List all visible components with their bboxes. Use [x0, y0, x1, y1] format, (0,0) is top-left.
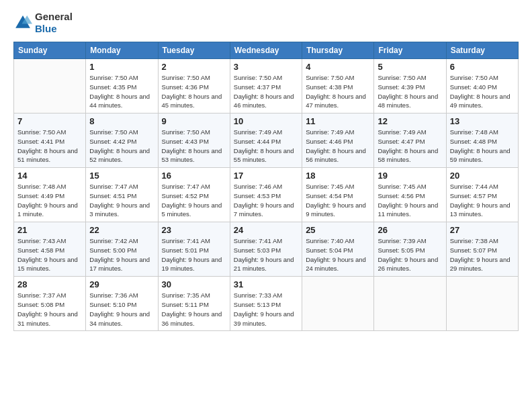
calendar-cell: 19Sunrise: 7:45 AMSunset: 4:56 PMDayligh…: [374, 168, 446, 222]
day-info: Sunrise: 7:47 AMSunset: 4:51 PMDaylight:…: [89, 182, 154, 219]
calendar-cell: 25Sunrise: 7:40 AMSunset: 5:04 PMDayligh…: [302, 222, 374, 277]
logo-line1: General: [35, 11, 73, 23]
day-number: 12: [378, 116, 442, 126]
day-info: Sunrise: 7:44 AMSunset: 4:57 PMDaylight:…: [450, 182, 515, 219]
calendar-cell: 2Sunrise: 7:50 AMSunset: 4:36 PMDaylight…: [158, 59, 230, 113]
day-info: Sunrise: 7:47 AMSunset: 4:52 PMDaylight:…: [162, 182, 226, 219]
logo-text: General Blue: [35, 11, 73, 35]
day-info: Sunrise: 7:43 AMSunset: 4:58 PMDaylight:…: [17, 236, 82, 273]
page: General Blue SundayMondayTuesdayWednesda…: [0, 0, 532, 411]
day-number: 16: [162, 171, 226, 181]
calendar-cell: 22Sunrise: 7:42 AMSunset: 5:00 PMDayligh…: [86, 222, 158, 277]
day-number: 4: [306, 62, 370, 72]
day-number: 26: [378, 225, 442, 235]
weekday-header-wednesday: Wednesday: [230, 42, 302, 59]
calendar-cell: 3Sunrise: 7:50 AMSunset: 4:37 PMDaylight…: [230, 59, 302, 113]
weekday-header-friday: Friday: [374, 42, 446, 59]
day-info: Sunrise: 7:38 AMSunset: 5:07 PMDaylight:…: [450, 236, 515, 273]
week-row-2: 14Sunrise: 7:48 AMSunset: 4:49 PMDayligh…: [14, 168, 519, 222]
day-info: Sunrise: 7:49 AMSunset: 4:46 PMDaylight:…: [306, 128, 370, 165]
calendar-cell: 6Sunrise: 7:50 AMSunset: 4:40 PMDaylight…: [446, 59, 518, 113]
calendar-cell: 29Sunrise: 7:36 AMSunset: 5:10 PMDayligh…: [86, 277, 158, 331]
weekday-header-monday: Monday: [86, 42, 158, 59]
day-number: 22: [89, 225, 154, 235]
logo-icon: [13, 13, 32, 32]
day-info: Sunrise: 7:50 AMSunset: 4:38 PMDaylight:…: [306, 73, 370, 110]
calendar-cell: [14, 59, 86, 113]
calendar-cell: 23Sunrise: 7:41 AMSunset: 5:01 PMDayligh…: [158, 222, 230, 277]
calendar-cell: 11Sunrise: 7:49 AMSunset: 4:46 PMDayligh…: [302, 113, 374, 168]
calendar-cell: 8Sunrise: 7:50 AMSunset: 4:42 PMDaylight…: [86, 113, 158, 168]
calendar-cell: [446, 277, 518, 331]
week-row-3: 21Sunrise: 7:43 AMSunset: 4:58 PMDayligh…: [14, 222, 519, 277]
day-number: 19: [378, 171, 442, 181]
calendar-cell: [374, 277, 446, 331]
calendar-cell: 5Sunrise: 7:50 AMSunset: 4:39 PMDaylight…: [374, 59, 446, 113]
day-number: 3: [234, 62, 298, 72]
day-info: Sunrise: 7:50 AMSunset: 4:42 PMDaylight:…: [89, 128, 154, 165]
day-number: 20: [450, 171, 515, 181]
day-info: Sunrise: 7:33 AMSunset: 5:13 PMDaylight:…: [234, 291, 298, 328]
day-number: 8: [89, 116, 154, 126]
day-info: Sunrise: 7:36 AMSunset: 5:10 PMDaylight:…: [89, 291, 154, 328]
logo-line2: Blue: [35, 23, 73, 35]
day-number: 21: [17, 225, 82, 235]
weekday-header-thursday: Thursday: [302, 42, 374, 59]
header: General Blue: [13, 11, 519, 35]
day-info: Sunrise: 7:50 AMSunset: 4:37 PMDaylight:…: [234, 73, 298, 110]
day-info: Sunrise: 7:50 AMSunset: 4:43 PMDaylight:…: [162, 128, 226, 165]
logo: General Blue: [13, 11, 73, 35]
day-info: Sunrise: 7:50 AMSunset: 4:35 PMDaylight:…: [89, 73, 154, 110]
calendar-cell: 12Sunrise: 7:49 AMSunset: 4:47 PMDayligh…: [374, 113, 446, 168]
calendar-cell: 10Sunrise: 7:49 AMSunset: 4:44 PMDayligh…: [230, 113, 302, 168]
day-number: 29: [89, 279, 154, 289]
weekday-header-row: SundayMondayTuesdayWednesdayThursdayFrid…: [14, 42, 519, 59]
calendar-cell: 13Sunrise: 7:48 AMSunset: 4:48 PMDayligh…: [446, 113, 518, 168]
calendar-cell: 28Sunrise: 7:37 AMSunset: 5:08 PMDayligh…: [14, 277, 86, 331]
day-info: Sunrise: 7:50 AMSunset: 4:41 PMDaylight:…: [17, 128, 82, 165]
day-info: Sunrise: 7:41 AMSunset: 5:03 PMDaylight:…: [234, 236, 298, 273]
day-info: Sunrise: 7:37 AMSunset: 5:08 PMDaylight:…: [17, 291, 82, 328]
day-number: 24: [234, 225, 298, 235]
day-info: Sunrise: 7:46 AMSunset: 4:53 PMDaylight:…: [234, 182, 298, 219]
day-info: Sunrise: 7:50 AMSunset: 4:40 PMDaylight:…: [450, 73, 515, 110]
calendar-cell: 31Sunrise: 7:33 AMSunset: 5:13 PMDayligh…: [230, 277, 302, 331]
calendar-cell: 16Sunrise: 7:47 AMSunset: 4:52 PMDayligh…: [158, 168, 230, 222]
day-info: Sunrise: 7:45 AMSunset: 4:54 PMDaylight:…: [306, 182, 370, 219]
calendar-cell: 21Sunrise: 7:43 AMSunset: 4:58 PMDayligh…: [14, 222, 86, 277]
weekday-header-sunday: Sunday: [14, 42, 86, 59]
calendar-cell: 26Sunrise: 7:39 AMSunset: 5:05 PMDayligh…: [374, 222, 446, 277]
day-number: 14: [17, 171, 82, 181]
calendar-cell: 30Sunrise: 7:35 AMSunset: 5:11 PMDayligh…: [158, 277, 230, 331]
day-number: 27: [450, 225, 515, 235]
weekday-header-tuesday: Tuesday: [158, 42, 230, 59]
calendar-cell: 4Sunrise: 7:50 AMSunset: 4:38 PMDaylight…: [302, 59, 374, 113]
day-number: 6: [450, 62, 515, 72]
calendar-cell: 15Sunrise: 7:47 AMSunset: 4:51 PMDayligh…: [86, 168, 158, 222]
calendar-cell: 18Sunrise: 7:45 AMSunset: 4:54 PMDayligh…: [302, 168, 374, 222]
week-row-1: 7Sunrise: 7:50 AMSunset: 4:41 PMDaylight…: [14, 113, 519, 168]
calendar-cell: 17Sunrise: 7:46 AMSunset: 4:53 PMDayligh…: [230, 168, 302, 222]
calendar-table: SundayMondayTuesdayWednesdayThursdayFrid…: [13, 42, 519, 331]
day-info: Sunrise: 7:39 AMSunset: 5:05 PMDaylight:…: [378, 236, 442, 273]
day-number: 15: [89, 171, 154, 181]
day-number: 28: [17, 279, 82, 289]
day-number: 11: [306, 116, 370, 126]
day-number: 23: [162, 225, 226, 235]
week-row-4: 28Sunrise: 7:37 AMSunset: 5:08 PMDayligh…: [14, 277, 519, 331]
day-info: Sunrise: 7:48 AMSunset: 4:49 PMDaylight:…: [17, 182, 82, 219]
calendar-cell: 9Sunrise: 7:50 AMSunset: 4:43 PMDaylight…: [158, 113, 230, 168]
day-number: 25: [306, 225, 370, 235]
day-number: 1: [89, 62, 154, 72]
day-number: 2: [162, 62, 226, 72]
day-info: Sunrise: 7:48 AMSunset: 4:48 PMDaylight:…: [450, 128, 515, 165]
day-info: Sunrise: 7:45 AMSunset: 4:56 PMDaylight:…: [378, 182, 442, 219]
calendar-cell: [302, 277, 374, 331]
day-number: 10: [234, 116, 298, 126]
day-info: Sunrise: 7:49 AMSunset: 4:44 PMDaylight:…: [234, 128, 298, 165]
day-info: Sunrise: 7:41 AMSunset: 5:01 PMDaylight:…: [162, 236, 226, 273]
day-info: Sunrise: 7:42 AMSunset: 5:00 PMDaylight:…: [89, 236, 154, 273]
day-info: Sunrise: 7:50 AMSunset: 4:36 PMDaylight:…: [162, 73, 226, 110]
calendar-cell: 20Sunrise: 7:44 AMSunset: 4:57 PMDayligh…: [446, 168, 518, 222]
day-number: 18: [306, 171, 370, 181]
